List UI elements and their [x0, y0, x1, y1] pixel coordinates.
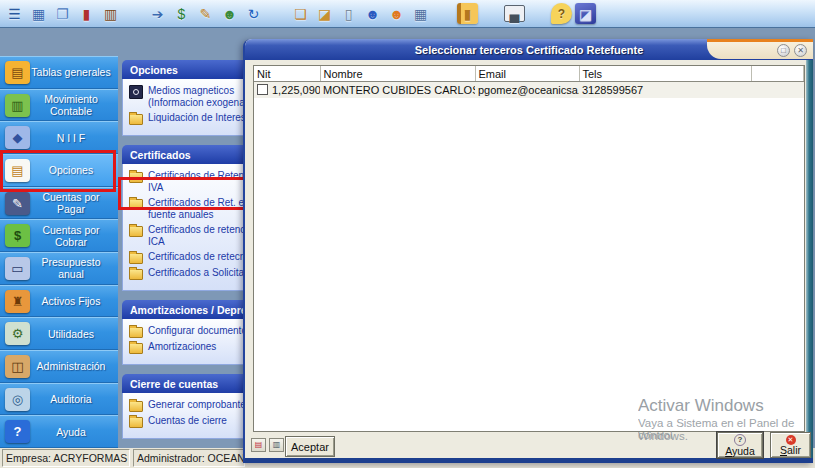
sidebar-item-presupuesto-anual[interactable]: ▭Presupuesto anual — [0, 252, 118, 285]
app-window: ☰▦❐▮▥➔$✎☻↻❏◪▯☻☻▦▮▄?◪ ▤Tablas generales▥M… — [0, 0, 815, 468]
taskpane-item-label: Configurar documentos — [148, 325, 243, 338]
budget-monitor-icon: ▭ — [5, 257, 30, 280]
sidebar-item-ayuda[interactable]: ?Ayuda — [0, 415, 118, 448]
calendar-icon[interactable]: ▦ — [410, 3, 431, 24]
sidebar-item-administracion[interactable]: ◫Administración — [0, 350, 118, 383]
fixed-assets-icon: ♜ — [5, 290, 30, 313]
document-icon[interactable]: ▯ — [338, 3, 359, 24]
cell-nit: 1,225,090,891 — [254, 82, 320, 99]
folder-icon — [129, 114, 143, 125]
user-search-icon[interactable]: ☻ — [219, 3, 240, 24]
ayuda-label: Ayuda — [725, 446, 755, 457]
help-circle-icon: ? — [5, 420, 30, 443]
taskpane-section-header[interactable]: Opciones — [122, 60, 243, 79]
ayuda-button[interactable]: ? Ayuda — [717, 432, 763, 458]
dollar-bill-icon: $ — [5, 224, 30, 247]
taskpane-item-certificados-de-retencion-iva[interactable]: Certificados de Retención IVA — [129, 170, 243, 194]
folder-icon — [129, 253, 143, 264]
taskpane-item-label: Certificados de Retención IVA — [148, 170, 243, 194]
taskpane-section-header[interactable]: Cierre de cuentas — [122, 374, 243, 393]
audit-magnifier-icon: ◎ — [5, 388, 30, 411]
sidebar-item-tablas-generales[interactable]: ▤Tablas generales — [0, 56, 118, 89]
taskpane-item-label: Amortizaciones — [148, 341, 243, 354]
taskpane-item-label: Certificados de retecree — [148, 251, 243, 264]
ledger-book-icon[interactable]: ▥ — [100, 3, 121, 24]
minimize-button[interactable]: □ — [777, 44, 790, 57]
sidebar: ▤Tablas generales▥Movimiento Contable◆N … — [0, 56, 118, 448]
aceptar-label: Aceptar — [291, 441, 329, 453]
cell-filler — [751, 82, 804, 99]
column-header-email[interactable]: Email — [475, 66, 579, 82]
toolbar-group: ☰▦❐▮▥ — [4, 3, 121, 24]
taskpane-item-configurar-documentos[interactable]: Configurar documentos — [129, 325, 243, 338]
column-header-filler — [751, 66, 804, 82]
folder-icon — [129, 327, 143, 338]
taskpane-item-generar-comprobantes[interactable]: Generar comprobantes — [129, 399, 243, 412]
toolbar-group: ▮ — [457, 3, 478, 24]
column-header-nit[interactable]: Nit — [254, 66, 320, 82]
monitor-chart-icon[interactable]: ▄ — [504, 5, 525, 22]
niif-packages-icon: ◆ — [5, 126, 30, 149]
taskpane-section-amortizaciones-depreciaci: Amortizaciones / DepreciaciConfigurar do… — [122, 300, 243, 365]
taskpane-item-amortizaciones[interactable]: Amortizaciones — [129, 341, 243, 354]
sidebar-item-cuentas-por-cobrar[interactable]: $Cuentas por Cobrar — [0, 219, 118, 252]
close-button[interactable]: ✕ — [794, 44, 807, 57]
taskpane-section-body: Certificados de Retención IVACertificado… — [122, 164, 243, 291]
help-icon[interactable]: ? — [551, 3, 572, 24]
sidebar-item-activos-fijos[interactable]: ♜Activos Fijos — [0, 285, 118, 318]
red-book-icon[interactable]: ▮ — [76, 3, 97, 24]
notebook-icon[interactable]: ▮ — [457, 3, 478, 24]
folder-icon — [129, 172, 143, 183]
user-orange-icon[interactable]: ☻ — [386, 3, 407, 24]
aceptar-button[interactable]: Aceptar — [285, 436, 335, 457]
sidebar-item-auditoria[interactable]: ◎Auditoria — [0, 383, 118, 416]
taskpane-item-certificados-de-ret-en-la-fuente-anuales[interactable]: Certificados de Ret. en la fuente anuale… — [129, 197, 243, 221]
row-checkbox[interactable] — [257, 84, 268, 95]
export-document-icon[interactable]: ➔ — [147, 3, 168, 24]
user-blue-icon[interactable]: ☻ — [362, 3, 383, 24]
tables-grid-icon[interactable]: ▦ — [28, 3, 49, 24]
folder-icon — [129, 226, 143, 237]
taskpane: OpcionesMedios magneticos (Informacion e… — [122, 60, 243, 448]
taskpane-item-cuentas-de-cierre[interactable]: Cuentas de cierre — [129, 415, 243, 428]
tree-list-icon[interactable]: ☰ — [4, 3, 25, 24]
sidebar-item-n-i-i-f[interactable]: ◆N I I F — [0, 121, 118, 154]
cell-email: pgomez@oceanicsa.com — [475, 82, 579, 99]
edit-document-icon[interactable]: ✎ — [195, 3, 216, 24]
select-all-button[interactable]: ▤ — [251, 438, 266, 452]
dialog-seleccionar-terceros: Seleccionar terceros Certificado Retefue… — [243, 39, 813, 463]
windows-copy-icon[interactable]: ❐ — [52, 3, 73, 24]
refresh-icon[interactable]: ↻ — [243, 3, 264, 24]
sidebar-item-movimiento-contable[interactable]: ▥Movimiento Contable — [0, 89, 118, 122]
open-folder-icon[interactable]: ◪ — [314, 3, 335, 24]
column-header-nombre[interactable]: Nombre — [320, 66, 475, 82]
dialog-window-controls: □✕ — [707, 39, 813, 59]
sidebar-item-opciones[interactable]: ▤Opciones — [0, 154, 118, 187]
taskpane-item-certificados-de-retencion-ica[interactable]: Certificados de retención ICA — [129, 224, 243, 248]
money-icon[interactable]: $ — [171, 3, 192, 24]
taskpane-item-certificados-de-retecree[interactable]: Certificados de retecree — [129, 251, 243, 264]
exit-door-icon[interactable]: ◪ — [575, 3, 596, 24]
taskpane-item-liquidacion-de-intereses[interactable]: Liquidación de Intereses — [129, 112, 243, 125]
ledger-green-icon: ▥ — [5, 94, 30, 117]
copy-document-icon[interactable]: ❏ — [290, 3, 311, 24]
sidebar-item-utilidades[interactable]: ⚙Utilidades — [0, 317, 118, 350]
dialog-title: Seleccionar terceros Certificado Retefue… — [415, 44, 644, 56]
column-header-tels[interactable]: Tels — [579, 66, 751, 82]
taskpane-item-certificados-a-solicitar[interactable]: Certificados a Solicitar — [129, 267, 243, 280]
terceros-table: NitNombreEmailTels 1,225,090,891MONTERO … — [254, 66, 804, 98]
taskpane-item-label: Certificados de retención ICA — [148, 224, 243, 248]
toolbar: ☰▦❐▮▥➔$✎☻↻❏◪▯☻☻▦▮▄?◪ — [0, 0, 815, 28]
notepad-icon: ▤ — [5, 159, 30, 182]
unselect-all-button[interactable]: ▥ — [269, 438, 284, 452]
table-body: 1,225,090,891MONTERO CUBIDES CARLOS JULI… — [254, 82, 804, 99]
taskpane-item-medios-magneticos-informacion-exogena[interactable]: Medios magneticos (Informacion exogena) — [129, 85, 243, 109]
salir-button[interactable]: ✕ Salir — [770, 432, 811, 458]
folder-icon — [129, 343, 143, 354]
table-row[interactable]: 1,225,090,891MONTERO CUBIDES CARLOS JULI… — [254, 82, 804, 99]
sidebar-item-cuentas-por-pagar[interactable]: ✎Cuentas por Pagar — [0, 187, 118, 220]
folder-tables-icon: ▤ — [5, 61, 30, 84]
taskpane-section-header[interactable]: Amortizaciones / Depreciaci — [122, 300, 243, 319]
taskpane-section-header[interactable]: Certificados — [122, 145, 243, 164]
taskpane-section-body: Medios magneticos (Informacion exogena)L… — [122, 79, 243, 136]
